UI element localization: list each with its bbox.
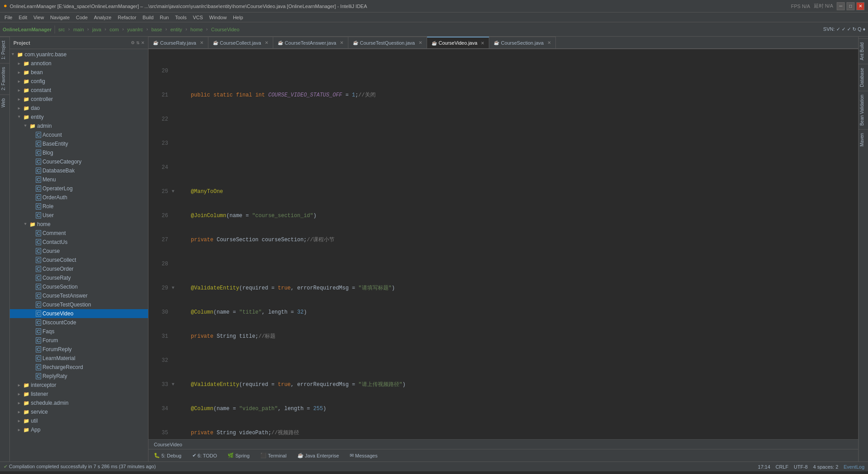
menu-item-view[interactable]: View (31, 14, 47, 21)
tab-terminal[interactable]: ⬛ Terminal (258, 452, 288, 459)
tab-coursetestquestion[interactable]: ☕ CourseTestQuestion.java ✕ (348, 37, 427, 48)
tree-item-bean[interactable]: ▶ 📁 bean (10, 68, 148, 77)
menu-item-refactor[interactable]: Refactor (115, 14, 139, 21)
menu-item-analyze[interactable]: Analyze (91, 14, 114, 21)
event-log[interactable]: EventLog (844, 464, 864, 470)
tab-todo[interactable]: ✔ 6: TODO (191, 452, 219, 459)
tree-item-replyraty[interactable]: C ReplyRaty (10, 372, 148, 381)
breadcrumb-com[interactable]: com (110, 27, 119, 32)
tree-item-admin[interactable]: ▼ 📁 admin (10, 122, 148, 130)
sidebar-close-icon[interactable]: ✕ (141, 39, 144, 46)
tree-item-interceptor[interactable]: ▶ 📁 interceptor (10, 381, 148, 390)
tree-item-learnmaterial[interactable]: C LearnMaterial (10, 354, 148, 363)
tree-item-coursetestquestion[interactable]: C CourseTestQuestion (10, 300, 148, 309)
right-panel-database[interactable]: Database (859, 64, 868, 91)
tree-item-config[interactable]: ▶ 📁 config (10, 77, 148, 86)
tree-item-rechargerecord[interactable]: C RechargeRecord (10, 363, 148, 372)
left-vtabs: 1: Project 2: Favorites Web (0, 37, 10, 461)
minimize-button[interactable]: ─ (837, 2, 845, 10)
maximize-button[interactable]: □ (847, 2, 855, 10)
tree-item-schedule-admin[interactable]: ▶ 📁 schedule.admin (10, 398, 148, 407)
breadcrumb-base[interactable]: base (151, 27, 162, 32)
tree-item-account[interactable]: C Account (10, 130, 148, 139)
menu-item-vcs[interactable]: VCS (190, 14, 206, 21)
menu-item-file[interactable]: File (2, 14, 15, 21)
tree-item-listener[interactable]: ▶ 📁 listener (10, 390, 148, 398)
tree-item-courseorder[interactable]: C CourseOrder (10, 264, 148, 273)
tab-java-enterprise[interactable]: ☕ Java Enterprise (296, 452, 341, 459)
vtab-favorites[interactable]: 2: Favorites (0, 63, 9, 94)
vtab-web[interactable]: Web (0, 94, 9, 111)
code-content[interactable]: 20 21 public static final int COURSE_VID… (148, 49, 858, 439)
tree-item-course[interactable]: C Course (10, 247, 148, 256)
tree-item-role[interactable]: C Role (10, 202, 148, 211)
tree-item-home[interactable]: ▼ 📁 home (10, 220, 148, 229)
sidebar-sort-icon[interactable]: ⇅ (136, 39, 140, 46)
tree-item-forumreply[interactable]: C ForumReply (10, 345, 148, 354)
menu-item-code[interactable]: Code (73, 14, 90, 21)
tree-item-com-yuanlrc-base[interactable]: ▼ 📁 com.yuanlrc.base (10, 50, 148, 59)
tree-item-entity[interactable]: ▼ 📁 entity (10, 113, 148, 122)
tree-item-discountcode[interactable]: C DiscountCode (10, 318, 148, 327)
tab-coursesection[interactable]: ☕ CourseSection.java ✕ (489, 37, 555, 48)
tree-item-forum[interactable]: C Forum (10, 336, 148, 345)
tree-item-contactus[interactable]: C ContactUs (10, 238, 148, 247)
menu-item-window[interactable]: Window (207, 14, 229, 21)
tree-item-coursecategory[interactable]: C CourseCategory (10, 157, 148, 166)
window-controls: ─ □ ✕ (837, 2, 864, 10)
tree-item-databasebak[interactable]: C DatabaseBak (10, 166, 148, 175)
breadcrumb-java[interactable]: java (92, 27, 101, 32)
right-panel-maven[interactable]: Maven (859, 129, 868, 150)
tree-item-coursesection[interactable]: C CourseSection (10, 282, 148, 291)
menu-item-help[interactable]: Help (230, 14, 246, 21)
breadcrumb-coursevideo[interactable]: CourseVideo (211, 27, 239, 32)
right-panel-ant-build[interactable]: Ant Build (859, 38, 868, 64)
vtab-project[interactable]: 1: Project (0, 37, 9, 63)
tree-item-operaterlog[interactable]: C OperaterLog (10, 184, 148, 193)
breadcrumb-entity[interactable]: entity (170, 27, 182, 32)
tree-item-dao[interactable]: ▶ 📁 dao (10, 104, 148, 113)
code-editor[interactable]: 20 21 public static final int COURSE_VID… (148, 49, 858, 439)
tab-debug[interactable]: 🐛 5: Debug (152, 452, 183, 459)
tree-item-util[interactable]: ▶ 📁 util (10, 416, 148, 425)
tree-item-menu[interactable]: C Menu (10, 175, 148, 184)
menu-item-tools[interactable]: Tools (172, 14, 189, 21)
messages-label: Messages (355, 453, 377, 458)
tab-messages[interactable]: ✉ Messages (348, 452, 379, 459)
menu-item-navigate[interactable]: Navigate (47, 14, 72, 21)
tab-bar: ☕ CourseRaty.java ✕ ☕ CourseCollect.java… (148, 37, 858, 49)
tree-item-user[interactable]: C User (10, 211, 148, 220)
close-button[interactable]: ✕ (856, 2, 864, 10)
menu-item-run[interactable]: Run (157, 14, 171, 21)
tree-item-faqs[interactable]: C Faqs (10, 327, 148, 336)
tree-item-service[interactable]: ▶ 📁 service (10, 407, 148, 416)
tree-item-coursevideo[interactable]: C CourseVideo (10, 309, 148, 318)
tab-coursetestanswer[interactable]: ☕ CourseTestAnswer.java ✕ (273, 37, 348, 48)
breadcrumb-sep-3: › (104, 27, 107, 32)
tree-item-constant[interactable]: ▶ 📁 constant (10, 86, 148, 95)
breadcrumb-yuanlrc[interactable]: yuanlrc (127, 27, 143, 32)
app-title: OnlineLearnManager [E:\idea_space\Online… (10, 4, 367, 9)
tab-spring[interactable]: 🌿 Spring (226, 452, 251, 459)
tree-item-controller[interactable]: ▶ 📁 controller (10, 95, 148, 104)
tree-item-courseraty[interactable]: C CourseRaty (10, 273, 148, 282)
tab-coursecollect[interactable]: ☕ CourseCollect.java ✕ (208, 37, 273, 48)
breadcrumb-src[interactable]: src (58, 27, 65, 32)
right-panel-bean-validation[interactable]: Bean Validation (859, 91, 868, 129)
compilation-status: Compilation completed successfully in 7 … (9, 464, 156, 469)
menu-item-edit[interactable]: Edit (16, 14, 30, 21)
tree-item-coursetestanswer[interactable]: C CourseTestAnswer (10, 291, 148, 300)
menu-item-build[interactable]: Build (140, 14, 156, 21)
tree-item-baseentity[interactable]: C BaseEntity (10, 139, 148, 148)
tab-coursevideo[interactable]: ☕ CourseVideo.java ✕ (427, 37, 490, 48)
tree-item-coursecollect[interactable]: C CourseCollect (10, 256, 148, 264)
tree-item-comment[interactable]: C Comment (10, 229, 148, 238)
tree-item-annotion[interactable]: ▶ 📁 annotion (10, 59, 148, 68)
sidebar-gear-icon[interactable]: ⚙ (131, 39, 134, 46)
tree-item-blog[interactable]: C Blog (10, 148, 148, 157)
tree-item-app[interactable]: ▶ 📁 App (10, 425, 148, 434)
breadcrumb-main[interactable]: main (73, 27, 84, 32)
breadcrumb-home[interactable]: home (191, 27, 203, 32)
tab-courseraty[interactable]: ☕ CourseRaty.java ✕ (148, 37, 208, 48)
tree-item-orderauth[interactable]: C OrderAuth (10, 193, 148, 202)
